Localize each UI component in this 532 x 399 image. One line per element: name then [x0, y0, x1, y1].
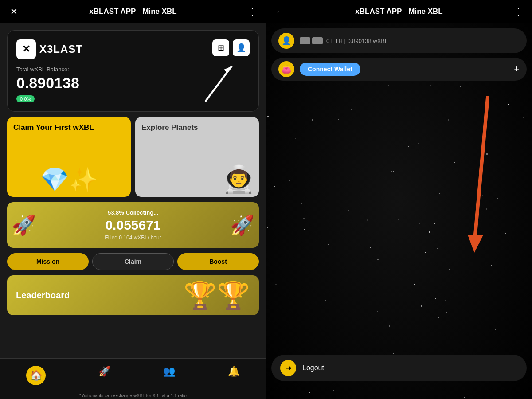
right-menu-icon[interactable]: ⋮ — [512, 6, 525, 17]
nav-item-home[interactable]: 🏠 — [21, 363, 51, 388]
mining-rate: Filled 0.104 wXBL/ hour — [16, 235, 250, 241]
explore-card[interactable]: Explore Planets 👨‍🚀 — [135, 117, 259, 197]
left-menu-icon[interactable]: ⋮ — [246, 6, 259, 17]
crystal-icon: 💎✨ — [40, 166, 98, 193]
account-info: 0 ETH | 0.890138 wXBL — [300, 37, 388, 44]
claim-card-title: Claim Your First wXBL — [13, 123, 125, 132]
account-placeholder-2 — [312, 37, 323, 44]
add-wallet-button[interactable]: + — [514, 63, 520, 75]
xblast-logo-icon: ✕ — [16, 39, 36, 59]
nav-item-people[interactable]: 👥 — [158, 363, 180, 388]
leaderboard-title: Leaderboard — [16, 290, 70, 301]
mining-value: 0.055671 — [16, 218, 250, 233]
mining-percent: 53.8% Collecting... — [16, 209, 250, 216]
back-icon[interactable]: ← — [273, 7, 286, 17]
logout-label: Logout — [302, 364, 324, 372]
profile-icon[interactable]: 👤 — [233, 39, 250, 56]
account-balance: 0 ETH | 0.890138 wXBL — [326, 38, 388, 44]
people-icon: 👥 — [163, 366, 175, 377]
footnote: * Astronauts can exchange wXBL for XBL a… — [0, 391, 266, 399]
avatar: 👤 — [278, 33, 294, 49]
rocket-right-icon: 🚀 — [230, 214, 254, 237]
balance-label: Total wXBL Balance: — [16, 66, 250, 73]
account-placeholder-1 — [300, 37, 310, 44]
balance-badge: 0.0% — [16, 95, 35, 102]
right-panel: ← xBLAST APP - Mine XBL ⋮ 👤 0 ETH | 0.89… — [266, 0, 532, 399]
logout-icon: ➜ — [280, 360, 296, 376]
card-icons: ⊞ 👤 — [212, 39, 250, 56]
right-top-bar: ← xBLAST APP - Mine XBL ⋮ — [266, 0, 532, 23]
balance-card: ✕ X3LAST ⊞ 👤 Total wXBL Balance: 0.89013… — [7, 30, 259, 112]
astronaut-icon: 👨‍🚀 — [222, 164, 255, 195]
right-page-title: xBLAST APP - Mine XBL — [286, 7, 512, 16]
leaderboard-card[interactable]: Leaderboard 🏆🏆 — [7, 275, 259, 315]
explore-card-title: Explore Planets — [141, 123, 253, 132]
right-content: 👤 0 ETH | 0.890138 wXBL 👛 Connect Wallet… — [266, 23, 532, 86]
mining-card: 🚀 🚀 53.8% Collecting... 0.055671 Filled … — [7, 202, 259, 248]
left-top-bar: ✕ xBLAST APP - Mine XBL ⋮ — [0, 0, 266, 23]
action-row: Claim Your First wXBL 💎✨ Explore Planets… — [7, 117, 259, 197]
rocket-icon: 🚀 — [98, 366, 110, 377]
connect-wallet-button[interactable]: Connect Wallet — [300, 63, 360, 76]
claim-button[interactable]: Claim — [92, 253, 174, 270]
logout-row[interactable]: ➜ Logout — [271, 355, 527, 381]
left-panel: ✕ xBLAST APP - Mine XBL ⋮ ✕ X3LAST ⊞ 👤 T… — [0, 0, 266, 399]
close-icon[interactable]: ✕ — [7, 6, 20, 17]
bottom-nav: 🏠 🚀 👥 🔔 — [0, 358, 266, 391]
wallet-row: 👛 Connect Wallet + — [271, 58, 527, 81]
trophy-icon: 🏆🏆 — [184, 280, 250, 311]
balance-value: 0.890138 — [16, 74, 250, 92]
left-scroll-content: ✕ X3LAST ⊞ 👤 Total wXBL Balance: 0.89013… — [0, 23, 266, 358]
mining-actions: Mission Claim Boost — [7, 253, 259, 270]
mission-button[interactable]: Mission — [7, 253, 89, 270]
claim-card[interactable]: Claim Your First wXBL 💎✨ — [7, 117, 131, 197]
account-row: 👤 0 ETH | 0.890138 wXBL — [271, 28, 527, 53]
nav-item-bell[interactable]: 🔔 — [223, 363, 245, 388]
wallet-icon: 👛 — [278, 61, 294, 77]
xblast-logo-text: X3LAST — [39, 43, 83, 55]
wallet-left: 👛 Connect Wallet — [278, 61, 360, 77]
nav-item-rocket[interactable]: 🚀 — [93, 363, 116, 388]
boost-button[interactable]: Boost — [177, 253, 259, 270]
left-page-title: xBLAST APP - Mine XBL — [20, 7, 246, 16]
qr-code-icon[interactable]: ⊞ — [212, 39, 229, 56]
bell-icon: 🔔 — [228, 366, 240, 377]
home-icon[interactable]: 🏠 — [26, 366, 46, 385]
rocket-left-icon: 🚀 — [12, 214, 36, 237]
xblast-logo: ✕ X3LAST — [16, 39, 83, 59]
